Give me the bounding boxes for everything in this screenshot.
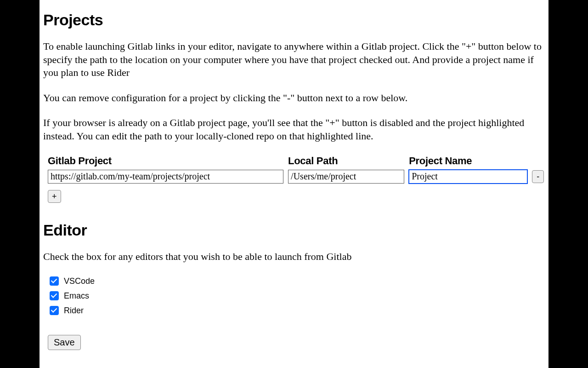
- projects-heading: Projects: [43, 11, 545, 29]
- projects-intro-2: You can remove configuration for a proje…: [43, 92, 545, 105]
- column-header-gitlab: Gitlab Project: [48, 155, 283, 167]
- editor-label-emacs: Emacs: [64, 291, 89, 301]
- column-header-name: Project Name: [409, 155, 527, 167]
- add-project-button[interactable]: +: [48, 190, 61, 203]
- editor-intro: Check the box for any editors that you w…: [43, 250, 545, 264]
- projects-intro-3: If your browser is already on a Gitlab p…: [43, 116, 545, 143]
- remove-project-button[interactable]: -: [532, 170, 544, 183]
- editor-checkbox-emacs[interactable]: [50, 291, 59, 300]
- editor-option-emacs: Emacs: [48, 290, 545, 302]
- editor-checkbox-vscode[interactable]: [50, 276, 59, 286]
- local-path-input[interactable]: [288, 170, 404, 184]
- editor-label-vscode: VSCode: [64, 276, 95, 286]
- column-header-local: Local Path: [288, 155, 404, 167]
- save-button[interactable]: Save: [48, 335, 81, 350]
- gitlab-project-input[interactable]: [48, 170, 283, 184]
- editor-label-rider: Rider: [64, 306, 84, 316]
- editor-option-rider: Rider: [48, 305, 545, 316]
- project-name-input[interactable]: [409, 170, 527, 184]
- projects-table-header: Gitlab Project Local Path Project Name: [48, 155, 545, 167]
- editor-heading: Editor: [43, 221, 545, 239]
- project-row: -: [48, 170, 545, 184]
- editor-option-vscode: VSCode: [48, 275, 545, 287]
- editor-checkbox-rider[interactable]: [50, 306, 59, 315]
- projects-intro-1: To enable launching Gitlab links in your…: [43, 40, 545, 80]
